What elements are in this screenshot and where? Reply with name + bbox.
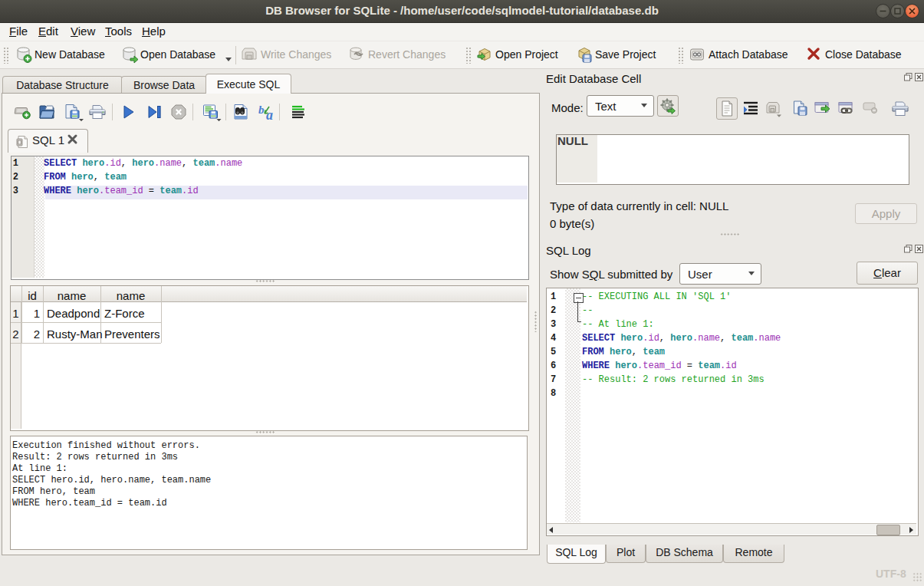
svg-text:b: b bbox=[258, 104, 265, 116]
